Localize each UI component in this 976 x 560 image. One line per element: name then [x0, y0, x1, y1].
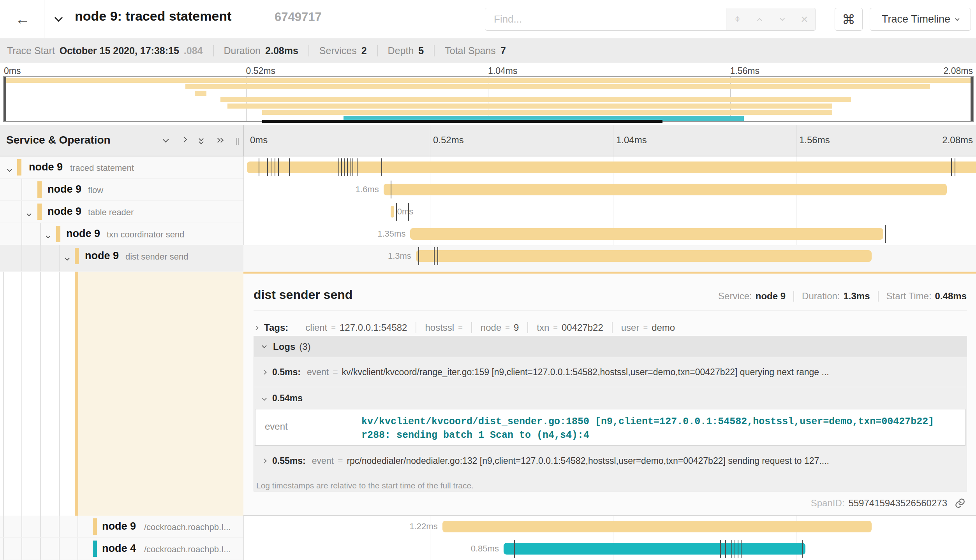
trace-minimap: 0ms0.52ms1.04ms1.56ms2.08ms	[0, 63, 976, 125]
span-bar[interactable]	[384, 184, 947, 195]
indent-guide	[21, 272, 22, 516]
span-timeline-cell[interactable]: 1.3ms	[243, 245, 976, 272]
chevron-down-icon	[955, 16, 959, 21]
span-operation-name: table reader	[88, 207, 134, 218]
keyboard-shortcuts-button[interactable]: ⌘	[835, 8, 863, 31]
span-name-cell[interactable]: node 9txn coordinator send	[0, 223, 243, 245]
log-marker-tick	[951, 158, 952, 176]
log-marker-tick	[735, 540, 735, 558]
logs-header[interactable]: Logs (3)	[254, 336, 967, 357]
trace-summary-label: Services	[319, 45, 357, 56]
expand-all-icon[interactable]	[217, 137, 223, 145]
span-color-accent	[75, 248, 79, 264]
timeline-tick-label: 2.08ms	[942, 135, 973, 146]
log-key: event	[307, 367, 329, 377]
tag-item[interactable]: user=demo	[612, 322, 684, 333]
tag-item[interactable]: node=9	[471, 322, 527, 333]
trace-summary-item: Duration2.08ms	[213, 45, 308, 56]
span-children-chevron-icon[interactable]	[46, 232, 50, 239]
view-dropdown-button[interactable]: Trace Timeline	[870, 8, 971, 31]
service-operation-header: Service & Operation	[6, 134, 111, 146]
span-name-cell[interactable]: node 9table reader	[0, 201, 243, 223]
tag-item[interactable]: client=127.0.0.1:54582	[297, 322, 416, 333]
span-timeline-cell[interactable]: 1.6ms	[243, 179, 976, 201]
span-service-name: node 9	[48, 183, 81, 195]
span-timeline-cell[interactable]: 1.22ms	[243, 516, 976, 538]
tag-key: user	[621, 322, 640, 333]
span-name-cell[interactable]: node 9dist sender send	[0, 245, 243, 272]
span-duration-label: 1.6ms	[356, 184, 379, 195]
span-children-chevron-icon[interactable]	[8, 166, 11, 173]
span-name-cell[interactable]: node 4/cockroach.roachpb.I...	[0, 538, 243, 560]
find-next-button[interactable]	[773, 11, 791, 28]
find-input[interactable]	[485, 8, 726, 30]
collapse-all-icon[interactable]	[199, 137, 205, 145]
minimap-scrubber[interactable]	[262, 120, 662, 123]
minimap-right-handle[interactable]	[971, 77, 973, 121]
log-marker-tick	[802, 540, 803, 558]
trace-collapse-chevron-icon[interactable]	[55, 14, 63, 22]
trace-id: 6749717	[275, 10, 322, 24]
log-row[interactable]: 0.5ms:event=kv/kvclient/kvcoord/range_it…	[254, 357, 967, 387]
span-name-cell[interactable]: node 9flow	[0, 179, 243, 201]
trace-summary-value: October 15 2020, 17:38:15	[60, 45, 179, 56]
log-row-expanded-header[interactable]: 0.54ms	[254, 387, 967, 409]
indent-guide	[21, 179, 22, 200]
deep-link-icon[interactable]	[954, 497, 966, 509]
log-row[interactable]: 0.55ms:event=rpc/nodedialer/nodedialer.g…	[254, 446, 967, 476]
find-prev-button[interactable]	[751, 11, 768, 28]
page-header: ← node 9: traced statement 6749717 ⌖ × ⌘…	[0, 0, 976, 39]
tag-item[interactable]: hostssl=	[416, 322, 471, 333]
indent-guide	[59, 245, 60, 271]
span-name-cell[interactable]: node 9/cockroach.roachpb.I...	[0, 516, 243, 538]
span-duration-label: 1.22ms	[409, 521, 437, 532]
chevron-right-icon	[262, 370, 267, 375]
indent-guide	[59, 516, 60, 537]
log-marker-tick	[289, 158, 290, 176]
tag-equals: =	[331, 323, 336, 332]
span-children-chevron-icon[interactable]	[65, 255, 69, 262]
collapse-one-icon[interactable]	[164, 137, 168, 143]
timeline-header-line	[430, 125, 430, 156]
span-service-name: node 9	[29, 161, 63, 173]
span-row: node 9traced statement	[0, 156, 976, 179]
log-marker-tick	[271, 158, 271, 176]
span-timeline-cell[interactable]: 0ms	[243, 201, 976, 223]
span-bar[interactable]	[442, 521, 872, 532]
span-color-accent	[37, 181, 42, 198]
span-duration-label: 1.35ms	[377, 229, 405, 239]
log-marker-tick	[381, 158, 382, 176]
expand-one-icon[interactable]	[182, 137, 186, 143]
span-bar[interactable]	[504, 543, 805, 555]
span-bar[interactable]	[247, 162, 976, 173]
back-button[interactable]: ←	[11, 9, 34, 30]
span-bar[interactable]	[391, 206, 394, 218]
minimap-tick-label: 1.04ms	[488, 66, 517, 76]
span-name-cell[interactable]: node 9traced statement	[0, 156, 243, 179]
span-bar[interactable]	[416, 250, 872, 262]
minimap-canvas[interactable]	[3, 76, 974, 122]
span-service-name: node 4	[102, 542, 136, 555]
locate-icon[interactable]: ⌖	[729, 11, 746, 28]
span-timeline-cell[interactable]: 1.35ms	[243, 223, 976, 245]
span-timeline-cell[interactable]: 0.85ms	[243, 538, 976, 560]
chevron-down-icon	[262, 343, 267, 348]
span-color-accent	[93, 518, 97, 535]
log-marker-tick	[338, 158, 339, 176]
tag-item[interactable]: txn=00427b22	[527, 322, 611, 333]
column-resize-handle[interactable]	[235, 135, 240, 147]
log-marker-tick	[720, 540, 721, 558]
span-bar[interactable]	[410, 228, 883, 240]
tag-key: hostssl	[425, 322, 454, 333]
tag-equals: =	[553, 323, 558, 332]
trace-summary-item: Trace StartOctober 15 2020, 17:38:15.084	[7, 45, 213, 56]
minimap-tick-label: 0ms	[4, 66, 21, 76]
span-timeline-cell[interactable]	[243, 156, 976, 179]
span-detail-meta: Service:node 9Duration:1.3msStart Time:0…	[710, 291, 967, 302]
tag-value: 00427b22	[562, 322, 603, 333]
span-children-chevron-icon[interactable]	[27, 210, 31, 217]
tags-row[interactable]: Tags: client=127.0.0.1:54582hostssl=node…	[253, 319, 966, 337]
log-equals: =	[333, 367, 338, 377]
minimap-left-handle[interactable]	[4, 77, 6, 121]
find-clear-icon[interactable]: ×	[796, 11, 813, 28]
